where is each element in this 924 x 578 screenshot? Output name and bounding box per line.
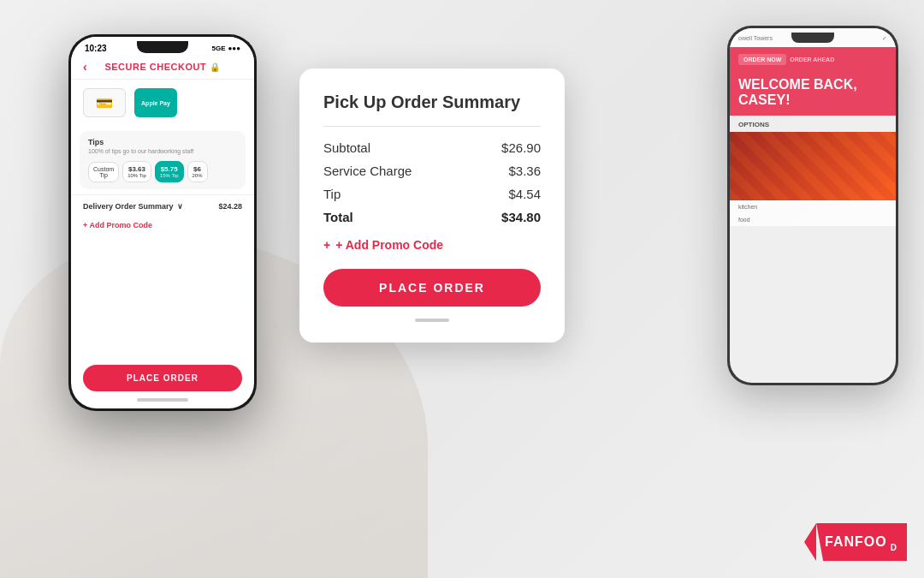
location-name-1: kitchen <box>738 204 757 210</box>
order-summary-card: Pick Up Order Summary Subtotal $26.90 Se… <box>299 69 565 343</box>
tips-options: CustomTip $3.63 10% Tip $5.75 15% Tip $6… <box>88 161 237 182</box>
battery-icon: ●●● <box>228 45 241 52</box>
welcome-section: WELCOME BACK, CASEY! <box>730 72 896 116</box>
location-name-2: food <box>738 217 750 223</box>
service-charge-label: Service Charge <box>323 164 412 178</box>
card-bottom-indicator <box>415 319 449 322</box>
tip-10[interactable]: $3.63 10% Tip <box>122 161 151 182</box>
location-verified-icon: ✓ <box>882 35 887 42</box>
tip-custom-label: CustomTip <box>93 166 114 178</box>
order-line-subtotal: Subtotal $26.90 <box>323 140 541 155</box>
place-order-button-left[interactable]: PLACE ORDER <box>83 365 242 391</box>
nav-banner: ORDER NOW ORDER AHEAD <box>730 47 896 72</box>
apple-pay-option[interactable]: Apple Pay <box>134 88 177 117</box>
tips-title: Tips <box>88 138 237 146</box>
tip-20-percent: 20% <box>192 173 203 178</box>
back-arrow-icon[interactable]: ‹ <box>83 60 87 74</box>
food-image <box>730 132 896 200</box>
home-indicator-left <box>137 398 188 402</box>
order-line-tip: Tip $4.54 <box>323 187 541 201</box>
welcome-text: WELCOME BACK, CASEY! <box>738 77 887 107</box>
total-label: Total <box>323 210 353 224</box>
apple-pay-label: Apple Pay <box>141 100 170 106</box>
tip-label: Tip <box>323 187 341 201</box>
promo-label-card: + Add Promo Code <box>335 238 443 252</box>
logo-d-letter: D <box>891 543 897 552</box>
credit-card-icon: 💳 <box>96 95 113 111</box>
order-summary-total: $24.28 <box>218 202 242 211</box>
tip-15-amount: $5.75 <box>160 165 179 173</box>
fanfood-logo: FANFOO D <box>804 523 907 561</box>
phone-left: 10:23 5GE ●●● ‹ SECURE CHECKOUT 🔒 💳 Appl… <box>68 34 257 411</box>
food-image-overlay <box>730 132 896 200</box>
logo-box: FANFOO D <box>816 523 907 561</box>
welcome-line1: WELCOME BACK, <box>738 77 857 92</box>
service-charge-value: $3.36 <box>508 164 541 178</box>
phone-right-screen: owell Towers ✓ ORDER NOW ORDER AHEAD WEL… <box>730 28 896 383</box>
order-line-service-charge: Service Charge $3.36 <box>323 164 541 178</box>
order-summary-label: Delivery Order Summary ∨ <box>83 202 183 211</box>
status-time: 10:23 <box>85 44 107 53</box>
tip-10-percent: 10% Tip <box>127 173 146 178</box>
phone-left-screen: 10:23 5GE ●●● ‹ SECURE CHECKOUT 🔒 💳 Appl… <box>71 37 254 408</box>
checkout-title-text: SECURE CHECKOUT <box>104 62 206 72</box>
subtotal-value: $26.90 <box>501 140 541 155</box>
checkout-title: SECURE CHECKOUT 🔒 <box>104 62 220 72</box>
payment-methods: 💳 Apple Pay <box>71 80 254 126</box>
options-label: OPTIONS <box>730 116 896 132</box>
signal-icon: 5GE <box>211 45 225 52</box>
tips-section: Tips 100% of tips go to our hardworking … <box>80 131 246 189</box>
notch-left <box>137 41 188 53</box>
checkout-header: ‹ SECURE CHECKOUT 🔒 <box>71 57 254 80</box>
tip-value: $4.54 <box>508 187 541 201</box>
card-title: Pick Up Order Summary <box>323 92 541 112</box>
promo-section-card[interactable]: + + Add Promo Code <box>323 238 541 252</box>
tip-10-amount: $3.63 <box>127 165 146 173</box>
location-row-1: kitchen <box>730 200 896 213</box>
tip-custom[interactable]: CustomTip <box>88 162 119 182</box>
notch-right <box>791 33 834 43</box>
order-summary-text: Delivery Order Summary <box>83 202 174 211</box>
welcome-line2: CASEY! <box>738 92 790 107</box>
promo-section-left[interactable]: + Add Promo Code <box>71 217 254 233</box>
promo-label-left: + Add Promo Code <box>83 221 152 229</box>
order-line-total: Total $34.80 <box>323 210 541 224</box>
location-text: owell Towers <box>738 35 773 42</box>
logo-arrow-left <box>804 523 816 561</box>
order-ahead-tab[interactable]: ORDER AHEAD <box>790 57 834 63</box>
tip-15-percent: 15% Tip <box>160 173 179 178</box>
order-summary-bar[interactable]: Delivery Order Summary ∨ $24.28 <box>71 194 254 217</box>
tip-20[interactable]: $6 20% <box>187 161 208 182</box>
credit-card-option[interactable]: 💳 <box>83 88 126 117</box>
chevron-down-icon: ∨ <box>177 202 183 211</box>
status-icons: 5GE ●●● <box>211 45 240 52</box>
promo-plus-icon: + <box>323 238 330 252</box>
tip-20-amount: $6 <box>192 165 203 173</box>
tips-subtitle: 100% of tips go to our hardworking staff <box>88 148 237 154</box>
location-row-2: food <box>730 213 896 226</box>
place-order-button-card[interactable]: PLACE ORDER <box>323 269 541 307</box>
total-value: $34.80 <box>501 210 541 224</box>
fanfood-logo-text: FANFOO <box>825 534 887 550</box>
phone-right: owell Towers ✓ ORDER NOW ORDER AHEAD WEL… <box>727 26 898 385</box>
order-now-tab[interactable]: ORDER NOW <box>738 54 786 65</box>
subtotal-label: Subtotal <box>323 140 370 155</box>
card-divider <box>323 126 541 127</box>
lock-icon: 🔒 <box>210 63 221 72</box>
tip-15[interactable]: $5.75 15% Tip <box>155 161 184 182</box>
